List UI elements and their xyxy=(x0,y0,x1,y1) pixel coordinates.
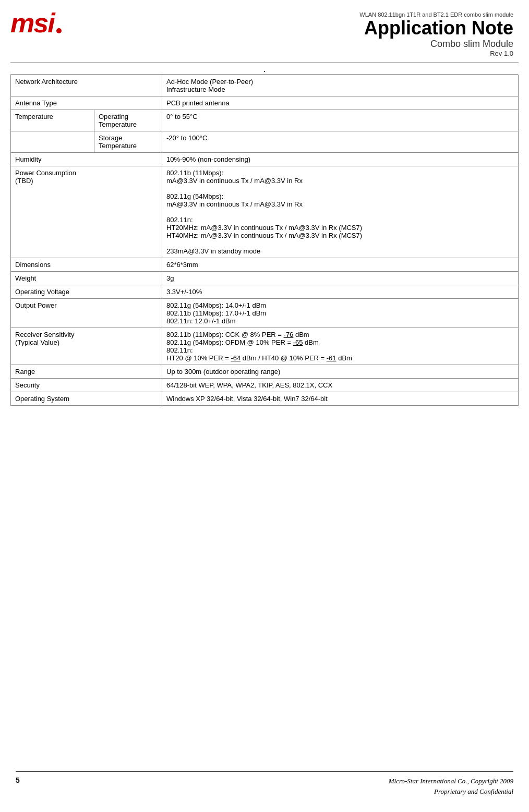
footer-bottom: 5 Micro-Star International Co., Copyrigh… xyxy=(16,776,513,796)
center-dot: . xyxy=(0,64,529,74)
table-row: Operating System Windows XP 32/64-bit, V… xyxy=(11,392,519,405)
table-row: Power Consumption(TBD) 802.11b (11Mbps):… xyxy=(11,166,519,258)
value-storage-temperature: -20° to 100°C xyxy=(162,131,519,152)
label-storage-temperature: Storage Temperature xyxy=(94,131,162,152)
value-output-power: 802.11g (54Mbps): 14.0+/-1 dBm 802.11b (… xyxy=(162,298,519,328)
label-output-power: Output Power xyxy=(11,298,162,328)
value-power-consumption: 802.11b (11Mbps): mA@3.3V in continuous … xyxy=(162,166,519,258)
table-row: Operating Voltage 3.3V+/-10% xyxy=(11,285,519,298)
logo-area: msi xyxy=(10,9,62,37)
label-receiver-sensitivity: Receiver Sensitivity(Typical Value) xyxy=(11,328,162,365)
table-row: Storage Temperature -20° to 100°C xyxy=(11,131,519,152)
table-row: Antenna Type PCB printed antenna xyxy=(11,96,519,110)
label-operating-voltage: Operating Voltage xyxy=(11,285,162,298)
label-humidity: Humidity xyxy=(11,152,162,166)
label-temperature: Temperature xyxy=(11,110,94,131)
spec-table: Network Architecture Ad-Hoc Mode (Peer-t… xyxy=(10,75,519,406)
value-security: 64/128-bit WEP, WPA, WPA2, TKIP, AES, 80… xyxy=(162,378,519,392)
header-rev: Rev 1.0 xyxy=(62,50,513,57)
footer-copyright: Micro-Star International Co., Copyright … xyxy=(389,776,513,796)
header-divider xyxy=(10,63,519,63)
header-right: WLAN 802.11bgn 1T1R and BT2.1 EDR combo … xyxy=(62,9,513,57)
value-antenna-type: PCB printed antenna xyxy=(162,96,519,110)
label-temperature-empty xyxy=(11,131,94,152)
footer-copyright-line1: Micro-Star International Co., Copyright … xyxy=(389,776,513,786)
label-weight: Weight xyxy=(11,271,162,285)
value-receiver-sensitivity: 802.11b (11Mbps): CCK @ 8% PER = -76 dBm… xyxy=(162,328,519,365)
page-number: 5 xyxy=(16,776,20,784)
value-operating-temperature: 0° to 55°C xyxy=(162,110,519,131)
label-operating-temperature: Operating Temperature xyxy=(94,110,162,131)
value-network-architecture: Ad-Hoc Mode (Peer-to-Peer) Infrastructur… xyxy=(162,75,519,96)
msi-logo: msi xyxy=(10,9,54,37)
label-security: Security xyxy=(11,378,162,392)
label-dimensions: Dimensions xyxy=(11,258,162,271)
value-operating-system: Windows XP 32/64-bit, Vista 32/64-bit, W… xyxy=(162,392,519,405)
table-row: Dimensions 62*6*3mm xyxy=(11,258,519,271)
table-row: Range Up to 300m (outdoor operating rang… xyxy=(11,365,519,378)
table-row: Output Power 802.11g (54Mbps): 14.0+/-1 … xyxy=(11,298,519,328)
main-content: Network Architecture Ad-Hoc Mode (Peer-t… xyxy=(0,75,529,406)
value-range: Up to 300m (outdoor operating range) xyxy=(162,365,519,378)
label-network-architecture: Network Architecture xyxy=(11,75,162,96)
value-operating-voltage: 3.3V+/-10% xyxy=(162,285,519,298)
table-row: Humidity 10%-90% (non-condensing) xyxy=(11,152,519,166)
table-row: Security 64/128-bit WEP, WPA, WPA2, TKIP… xyxy=(11,378,519,392)
value-humidity: 10%-90% (non-condensing) xyxy=(162,152,519,166)
header-title: Application Note xyxy=(62,18,513,39)
label-power-consumption: Power Consumption(TBD) xyxy=(11,166,162,258)
header-module: Combo slim Module xyxy=(62,39,513,50)
table-row: Network Architecture Ad-Hoc Mode (Peer-t… xyxy=(11,75,519,96)
table-row: Temperature Operating Temperature 0° to … xyxy=(11,110,519,131)
footer-copyright-line2: Proprietary and Confidential xyxy=(389,786,513,797)
label-operating-system: Operating System xyxy=(11,392,162,405)
logo-dot xyxy=(56,28,62,33)
table-row: Receiver Sensitivity(Typical Value) 802.… xyxy=(11,328,519,365)
footer-divider xyxy=(16,771,513,772)
page-header: msi WLAN 802.11bgn 1T1R and BT2.1 EDR co… xyxy=(0,0,529,57)
value-dimensions: 62*6*3mm xyxy=(162,258,519,271)
value-weight: 3g xyxy=(162,271,519,285)
label-range: Range xyxy=(11,365,162,378)
table-row: Weight 3g xyxy=(11,271,519,285)
page-footer: 5 Micro-Star International Co., Copyrigh… xyxy=(0,771,529,796)
label-antenna-type: Antenna Type xyxy=(11,96,162,110)
